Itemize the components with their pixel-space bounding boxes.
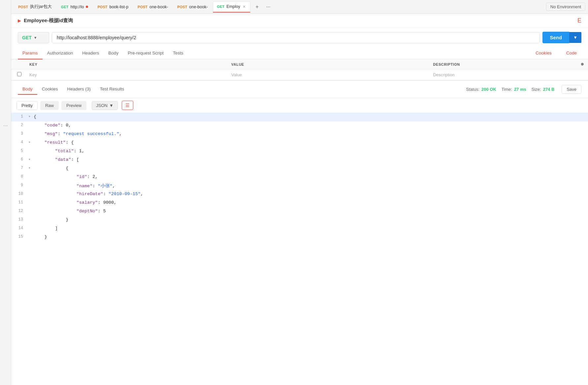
params-row-1: Key Value Description bbox=[11, 69, 588, 80]
tab-tests[interactable]: Tests bbox=[168, 47, 188, 59]
line-toggle-3 bbox=[28, 130, 34, 131]
resp-tab-test-results[interactable]: Test Results bbox=[95, 84, 129, 95]
params-key-cell[interactable]: Key bbox=[25, 69, 227, 80]
tab-headers[interactable]: Headers bbox=[78, 47, 104, 59]
line-content-6: "data": [ bbox=[34, 156, 588, 163]
line-content-12: "deptNo": 5 bbox=[34, 207, 588, 215]
tab-tab1[interactable]: POST执行jar包大 bbox=[14, 1, 56, 13]
code-line-1: 1▾{ bbox=[11, 113, 588, 122]
line-number-14: 14 bbox=[11, 225, 28, 230]
line-toggle-2 bbox=[28, 122, 34, 123]
format-preview-button[interactable]: Preview bbox=[61, 101, 86, 110]
save-response-button[interactable]: Save bbox=[562, 85, 581, 94]
url-input[interactable] bbox=[52, 32, 540, 43]
tab-prerequest[interactable]: Pre-request Script bbox=[123, 47, 168, 59]
params-extra-cell bbox=[577, 69, 588, 80]
collapse-arrow[interactable]: ▶ bbox=[18, 18, 21, 23]
tab-method-tab5: POST bbox=[177, 5, 187, 9]
params-checkbox-header bbox=[11, 59, 25, 69]
json-format-dropdown[interactable]: JSON ▼ bbox=[92, 101, 118, 110]
request-tabs: Params Authorization Headers Body Pre-re… bbox=[11, 47, 588, 59]
line-toggle-14 bbox=[28, 225, 34, 226]
right-tabs: Cookies Code bbox=[531, 47, 581, 59]
sidebar-dots[interactable]: ··· bbox=[2, 122, 9, 130]
size-label: Size: bbox=[532, 87, 541, 92]
line-number-7: 7 bbox=[11, 164, 28, 170]
params-desc-cell[interactable]: Description bbox=[429, 69, 577, 80]
tab-method-tab2: GET bbox=[61, 5, 69, 9]
tab-method-tab6: GET bbox=[217, 5, 225, 9]
params-checkbox-input[interactable] bbox=[17, 72, 21, 76]
line-number-13: 13 bbox=[11, 216, 28, 222]
code-line-3: 3 "msg": "request successful.", bbox=[11, 130, 588, 139]
line-content-5: "total": 1, bbox=[34, 147, 588, 155]
tab-authorization[interactable]: Authorization bbox=[43, 47, 78, 59]
params-checkbox[interactable] bbox=[11, 69, 25, 80]
tab-method-tab1: POST bbox=[18, 5, 28, 9]
line-content-4: "result": { bbox=[34, 139, 588, 146]
resp-tab-body[interactable]: Body bbox=[18, 84, 37, 95]
send-button[interactable]: Send ▼ bbox=[542, 32, 581, 43]
send-dropdown[interactable]: ▼ bbox=[569, 32, 581, 43]
tab-code-right[interactable]: Code bbox=[562, 47, 581, 59]
params-value-cell[interactable]: Value bbox=[227, 69, 429, 80]
tab-label-tab3: book-list-p bbox=[109, 5, 128, 9]
response-code-area: 1▾{2 "code": 0,3 "msg": "request success… bbox=[11, 113, 588, 347]
resp-tab-cookies[interactable]: Cookies bbox=[37, 84, 63, 95]
environment-selector[interactable]: No Environment bbox=[546, 3, 585, 11]
tab-tab2[interactable]: GEThttp://lo bbox=[57, 1, 93, 13]
code-line-2: 2 "code": 0, bbox=[11, 122, 588, 130]
code-line-4: 4▾ "result": { bbox=[11, 139, 588, 147]
time-label: Time: bbox=[502, 87, 512, 92]
wrap-button[interactable]: ☰ bbox=[122, 101, 133, 110]
line-number-1: 1 bbox=[11, 113, 28, 119]
line-number-2: 2 bbox=[11, 122, 28, 127]
format-raw-button[interactable]: Raw bbox=[40, 101, 59, 110]
params-value-header: VALUE bbox=[227, 59, 429, 69]
line-toggle-1[interactable]: ▾ bbox=[28, 113, 34, 119]
line-content-10: "hireDate": "2010-09-15", bbox=[34, 190, 588, 198]
line-toggle-9 bbox=[28, 182, 34, 183]
tab-body[interactable]: Body bbox=[104, 47, 123, 59]
line-toggle-15 bbox=[28, 233, 34, 234]
tab-tab4[interactable]: POSTone-book- bbox=[133, 1, 172, 13]
tab-label-tab2: http://lo bbox=[70, 5, 84, 9]
resp-tab-headers[interactable]: Headers (3) bbox=[63, 84, 95, 95]
params-extra-header: ⊕ bbox=[577, 59, 588, 69]
method-label: GET bbox=[22, 35, 32, 40]
tab-tab5[interactable]: POSTone-book- bbox=[173, 1, 212, 13]
time-value: 27 ms bbox=[514, 87, 526, 92]
line-content-9: "name": "小张", bbox=[34, 182, 588, 190]
line-content-8: "id": 2, bbox=[34, 173, 588, 181]
more-tabs-button[interactable]: ··· bbox=[264, 2, 273, 12]
line-number-6: 6 bbox=[11, 156, 28, 162]
line-toggle-4[interactable]: ▾ bbox=[28, 139, 34, 144]
json-chevron-icon: ▼ bbox=[109, 103, 114, 108]
request-title-bar: ▶ Employee-根据id查询 E bbox=[11, 14, 588, 28]
line-number-12: 12 bbox=[11, 207, 28, 213]
send-main[interactable]: Send bbox=[542, 32, 569, 43]
left-sidebar: ··· bbox=[0, 0, 11, 347]
tab-label-tab5: one-book- bbox=[189, 5, 208, 9]
tab-cookies-right[interactable]: Cookies bbox=[531, 47, 556, 59]
line-content-15: } bbox=[34, 233, 588, 241]
tab-close-tab6[interactable]: × bbox=[242, 4, 246, 9]
code-line-7: 7▾ { bbox=[11, 164, 588, 173]
tab-tab3[interactable]: POSTbook-list-p bbox=[93, 1, 133, 13]
params-key-header: KEY bbox=[25, 59, 227, 69]
format-pretty-button[interactable]: Pretty bbox=[16, 101, 38, 110]
method-dropdown[interactable]: GET ▼ bbox=[18, 32, 49, 43]
tab-tab6[interactable]: GETEmploy× bbox=[213, 1, 251, 13]
line-toggle-6[interactable]: ▾ bbox=[28, 156, 34, 161]
line-content-1: { bbox=[34, 113, 588, 121]
tab-params[interactable]: Params bbox=[18, 47, 43, 59]
line-toggle-7[interactable]: ▾ bbox=[28, 164, 34, 170]
tab-actions: + ··· bbox=[252, 2, 273, 12]
add-tab-button[interactable]: + bbox=[252, 2, 262, 12]
tab-label-tab4: one-book- bbox=[149, 5, 168, 9]
line-content-3: "msg": "request successful.", bbox=[34, 130, 588, 138]
line-number-15: 15 bbox=[11, 233, 28, 239]
code-line-5: 5 "total": 1, bbox=[11, 147, 588, 156]
tab-label-tab1: 执行jar包大 bbox=[30, 4, 52, 10]
code-line-13: 13 } bbox=[11, 216, 588, 225]
